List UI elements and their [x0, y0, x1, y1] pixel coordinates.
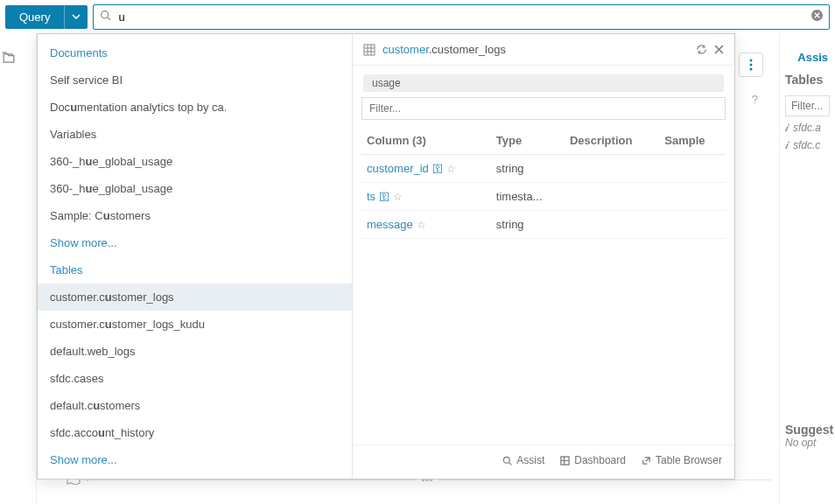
dropdown-item[interactable]: default.web_logs	[38, 338, 352, 365]
dashboard-link[interactable]: Dashboard	[560, 454, 626, 466]
query-dropdown-toggle[interactable]	[64, 5, 88, 29]
right-assist-panel: Assis Tables 𝒊sfdc.a 𝒊sfdc.c Suggest No …	[779, 33, 835, 504]
close-icon[interactable]	[714, 45, 724, 54]
detail-schema: customer	[382, 43, 429, 56]
dropdown-item[interactable]: sfdc.cases	[38, 365, 352, 392]
svg-point-0	[102, 10, 109, 18]
svg-point-5	[750, 68, 753, 71]
table-row[interactable]: customer_id⚿☆string	[361, 155, 726, 183]
detail-table: .customer_logs	[429, 43, 506, 56]
dropdown-item[interactable]: sfdc.account_history	[38, 419, 352, 446]
svg-point-3	[750, 60, 753, 62]
assist-tab[interactable]: Assis	[785, 51, 830, 64]
dropdown-section-header: Views	[38, 473, 352, 479]
search-input[interactable]	[93, 4, 830, 30]
dropdown-item[interactable]: 360-_hue_global_usage	[38, 148, 352, 175]
left-gutter	[0, 33, 37, 504]
autocomplete-detail-pane: customer.customer_logs usage Column (3) …	[353, 34, 734, 479]
dropdown-item[interactable]: Sample: Customers	[38, 202, 352, 229]
dropdown-item[interactable]: customer.customer_logs_kudu	[38, 311, 352, 338]
col-header-type[interactable]: Type	[491, 127, 565, 155]
list-item[interactable]: 𝒊sfdc.a	[785, 122, 830, 134]
dropdown-item[interactable]: default.customers	[38, 392, 352, 419]
col-header-name[interactable]: Column (3)	[361, 127, 491, 155]
files-icon[interactable]	[0, 49, 36, 66]
col-header-sample[interactable]: Sample	[659, 127, 726, 155]
kebab-menu-button[interactable]	[739, 52, 763, 77]
show-more-link[interactable]: Show more...	[38, 446, 352, 473]
help-icon[interactable]: ?	[752, 93, 758, 106]
list-item[interactable]: 𝒊sfdc.c	[785, 139, 830, 151]
info-icon: 𝒊	[785, 139, 788, 151]
svg-point-11	[504, 457, 510, 463]
table-browser-link[interactable]: Table Browser	[642, 454, 722, 466]
show-more-link[interactable]: Show more...	[38, 229, 352, 256]
star-icon[interactable]: ☆	[417, 219, 426, 231]
search-icon	[100, 10, 111, 21]
dropdown-item[interactable]: Documentation analytics top by ca.	[38, 94, 352, 121]
columns-table: Column (3) Type Description Sample custo…	[361, 127, 726, 239]
dropdown-item[interactable]: Self service BI	[38, 66, 352, 94]
dropdown-item[interactable]: customer.customer_logs	[38, 284, 352, 311]
dropdown-section-header: Tables	[38, 256, 352, 284]
chevron-down-icon	[72, 12, 81, 21]
star-icon[interactable]: ☆	[393, 191, 403, 203]
key-icon: ⚿	[432, 163, 443, 175]
query-button[interactable]: Query	[5, 5, 64, 29]
svg-point-4	[750, 64, 753, 66]
no-suggestions-text: No opt	[785, 437, 830, 449]
table-row[interactable]: message☆string	[361, 211, 726, 239]
table-icon	[363, 44, 375, 56]
column-filter-input[interactable]	[361, 97, 726, 120]
dropdown-item[interactable]: 360-_hue_global_usage	[38, 175, 352, 202]
query-button-group: Query	[5, 5, 88, 29]
dropdown-item[interactable]: Variables	[38, 121, 352, 148]
search-clear-icon[interactable]	[811, 10, 823, 21]
star-icon[interactable]: ☆	[446, 163, 456, 175]
suggestions-header: Suggest	[785, 423, 830, 437]
key-icon: ⚿	[379, 191, 389, 203]
autocomplete-left-pane[interactable]: DocumentsSelf service BIDocumentation an…	[38, 34, 353, 479]
autocomplete-dropdown: DocumentsSelf service BIDocumentation an…	[37, 33, 735, 480]
table-row[interactable]: ts⚿☆timesta...	[361, 183, 726, 211]
dropdown-section-header: Documents	[38, 39, 352, 66]
refresh-icon[interactable]	[696, 44, 707, 55]
col-header-desc[interactable]: Description	[565, 127, 659, 155]
svg-line-1	[108, 17, 110, 19]
svg-line-12	[509, 462, 512, 465]
right-filter-input[interactable]	[785, 95, 830, 116]
assist-link[interactable]: Assist	[502, 454, 544, 466]
svg-rect-6	[364, 45, 375, 55]
search-field-wrapper	[93, 4, 830, 30]
tag-badge[interactable]: usage	[363, 74, 724, 92]
tables-header: Tables	[785, 73, 830, 87]
info-icon: 𝒊	[785, 122, 788, 134]
